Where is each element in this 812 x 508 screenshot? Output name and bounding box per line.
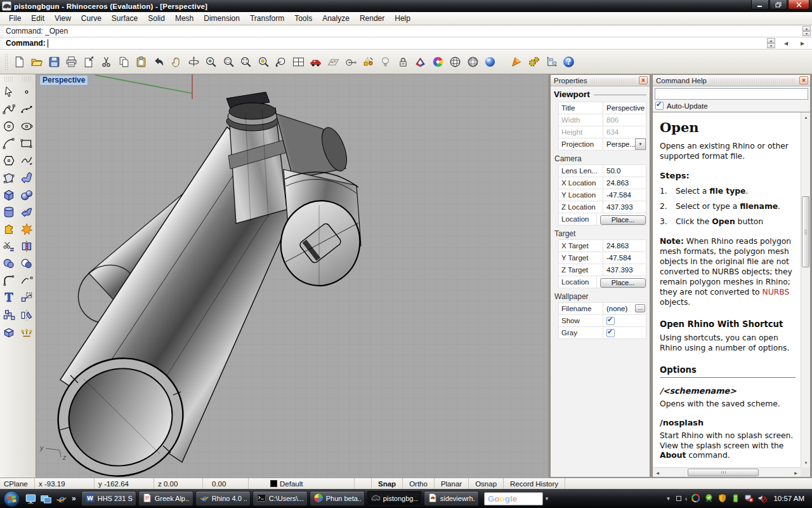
srf-curved-icon[interactable] bbox=[18, 169, 36, 186]
mirror-icon[interactable] bbox=[18, 306, 36, 323]
puzzle-icon[interactable] bbox=[0, 220, 18, 237]
taskbar-button-greek-alp[interactable]: Greek Alp... bbox=[138, 491, 193, 506]
panel-grip[interactable] bbox=[590, 78, 636, 83]
help-icon[interactable]: ? bbox=[561, 53, 577, 70]
record-history-pane[interactable]: Record History bbox=[504, 478, 565, 489]
prop-value[interactable]: 24.863 bbox=[603, 177, 646, 189]
history-forward-icon[interactable] bbox=[797, 41, 808, 46]
menu-solid[interactable]: Solid bbox=[143, 13, 170, 24]
drag-grip[interactable] bbox=[0, 37, 3, 49]
cut-icon[interactable] bbox=[98, 53, 115, 70]
undo-icon[interactable] bbox=[150, 53, 167, 70]
srf-box-icon[interactable] bbox=[0, 323, 18, 340]
scroll-down-icon[interactable] bbox=[802, 31, 811, 36]
switch-windows-icon[interactable] bbox=[40, 493, 52, 505]
ortho-pane[interactable]: Ortho bbox=[403, 478, 435, 489]
help-search-input[interactable] bbox=[655, 88, 808, 100]
minimize-button[interactable] bbox=[751, 0, 769, 10]
battery-icon[interactable] bbox=[731, 493, 741, 504]
print-icon[interactable] bbox=[63, 53, 80, 70]
properties-panel-header[interactable]: Properties bbox=[551, 75, 650, 86]
scrollbar-thumb[interactable] bbox=[802, 196, 809, 267]
taskbar-button-pistongbg[interactable]: pistongbg... bbox=[367, 491, 422, 506]
menu-curve[interactable]: Curve bbox=[76, 13, 107, 24]
snap-pane[interactable]: Snap bbox=[372, 478, 403, 489]
dimension-arrange-icon[interactable] bbox=[543, 53, 560, 70]
taskbar-button-c-users[interactable]: C:\Users\... bbox=[252, 491, 308, 506]
menu-render[interactable]: Render bbox=[355, 13, 390, 24]
rotate-view-icon[interactable] bbox=[185, 53, 202, 70]
spin-down-icon[interactable] bbox=[767, 43, 775, 48]
place-button[interactable]: Place... bbox=[600, 278, 646, 288]
help-panel-header[interactable]: Command Help bbox=[653, 75, 810, 86]
circle-icon[interactable] bbox=[0, 117, 18, 135]
start-button[interactable] bbox=[3, 490, 20, 507]
menu-file[interactable]: File bbox=[4, 13, 26, 24]
scroll-down-icon[interactable] bbox=[801, 458, 810, 467]
lock-icon[interactable] bbox=[395, 53, 411, 70]
undo-view-icon[interactable] bbox=[273, 53, 289, 70]
arc-icon[interactable] bbox=[0, 135, 18, 152]
internet-explorer-icon[interactable]: e bbox=[55, 493, 67, 505]
viewport-title-label[interactable]: Perspective bbox=[39, 75, 88, 86]
curve-cv-icon[interactable] bbox=[0, 100, 18, 117]
scroll-up-icon[interactable] bbox=[802, 26, 811, 31]
scroll-left-icon[interactable] bbox=[653, 468, 662, 477]
close-panel-icon[interactable] bbox=[799, 76, 808, 84]
move-car-icon[interactable] bbox=[308, 53, 324, 70]
export-page-icon[interactable] bbox=[81, 53, 97, 70]
menu-tools[interactable]: Tools bbox=[289, 13, 317, 24]
update-swirl-icon[interactable] bbox=[691, 493, 701, 504]
curve-free-icon[interactable] bbox=[18, 152, 36, 169]
pan-icon[interactable] bbox=[168, 53, 185, 70]
pointer-icon[interactable] bbox=[0, 83, 18, 100]
array-icon[interactable] bbox=[0, 306, 18, 323]
menu-dimension[interactable]: Dimension bbox=[199, 13, 245, 24]
open-file-icon[interactable] bbox=[29, 53, 45, 70]
copy-icon[interactable] bbox=[115, 53, 132, 70]
menu-edit[interactable]: Edit bbox=[26, 13, 49, 24]
show-desktop-icon[interactable] bbox=[25, 493, 37, 505]
prop-value[interactable]: -47.584 bbox=[603, 189, 646, 201]
prop-value[interactable]: 806 bbox=[603, 114, 646, 126]
prop-value[interactable]: Perspective bbox=[603, 102, 646, 114]
network-disconnected-icon[interactable] bbox=[744, 493, 754, 504]
layer-pane[interactable]: Default bbox=[249, 478, 355, 489]
chevron-down-icon[interactable] bbox=[635, 138, 646, 150]
security-badge-icon[interactable] bbox=[704, 493, 714, 504]
ellipse-icon[interactable] bbox=[18, 117, 36, 135]
prop-value[interactable]: 634 bbox=[603, 126, 646, 138]
bool-union-icon[interactable] bbox=[0, 255, 18, 272]
render-sphere-icon[interactable] bbox=[482, 53, 499, 70]
perspective-viewport[interactable]: y z Perspective bbox=[36, 74, 548, 478]
shaded-display-icon[interactable] bbox=[412, 53, 429, 70]
fillet-icon[interactable] bbox=[0, 272, 18, 289]
layer-map-icon[interactable] bbox=[325, 53, 341, 70]
planar-pane[interactable]: Planar bbox=[435, 478, 469, 489]
scroll-right-icon[interactable] bbox=[791, 468, 801, 477]
osnap-circle-icon[interactable] bbox=[343, 53, 359, 70]
google-search-box[interactable]: Google bbox=[484, 492, 543, 505]
taskbar-button-rhino-4-0[interactable]: eRhino 4.0 ... bbox=[195, 491, 251, 506]
save-icon[interactable] bbox=[46, 53, 62, 70]
place-button[interactable]: Place... bbox=[600, 215, 646, 225]
drag-grip[interactable] bbox=[0, 25, 3, 37]
tray-window-icon[interactable] bbox=[676, 496, 681, 501]
text-icon[interactable]: T bbox=[0, 289, 18, 306]
prop-value[interactable]: -47.584 bbox=[603, 252, 646, 264]
prop-value[interactable]: 437.393 bbox=[603, 201, 646, 213]
scroll-up-icon[interactable] bbox=[801, 112, 810, 122]
toolbar-grip[interactable] bbox=[22, 76, 32, 82]
polygon-icon[interactable] bbox=[0, 152, 18, 169]
zoom-window-icon[interactable] bbox=[220, 53, 237, 70]
gray-checkbox[interactable] bbox=[606, 329, 615, 337]
trim-icon[interactable] bbox=[0, 237, 18, 255]
notify-cone-icon[interactable] bbox=[508, 53, 525, 70]
zoom-selected-icon[interactable] bbox=[255, 53, 272, 70]
lights-icon[interactable] bbox=[18, 323, 36, 340]
srf-patch-icon[interactable] bbox=[18, 203, 36, 220]
help-vertical-scrollbar[interactable] bbox=[801, 112, 810, 467]
split-icon[interactable] bbox=[18, 237, 36, 255]
tray-dropdown-icon[interactable] bbox=[667, 495, 670, 502]
rectangle-icon[interactable] bbox=[18, 135, 36, 152]
